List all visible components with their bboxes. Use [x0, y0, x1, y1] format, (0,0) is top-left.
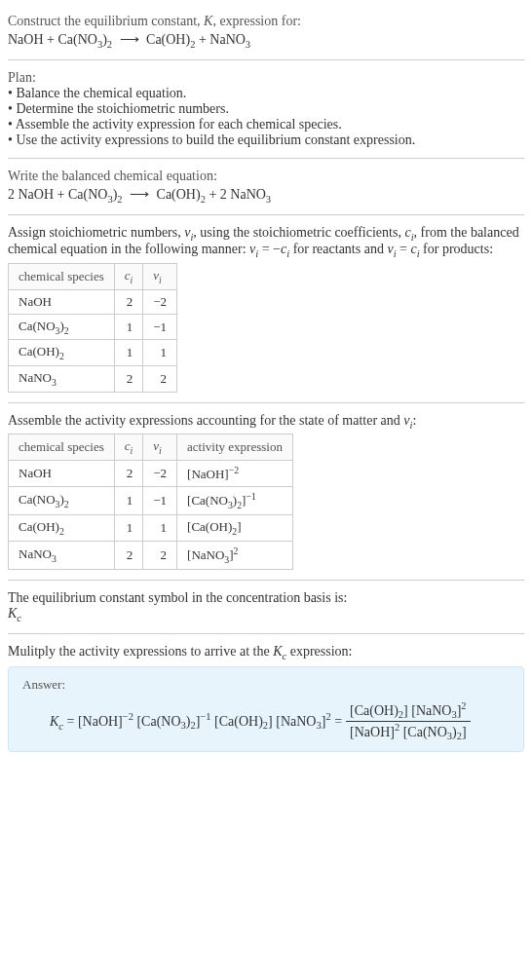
kc-numerator: [Ca(OH)2] [NaNO3]2: [346, 700, 471, 721]
table-header-row: chemical species ci νi activity expressi…: [9, 434, 293, 461]
cell-activity: [NaOH]−2: [177, 460, 293, 486]
stoich-section: Assign stoichiometric numbers, νi, using…: [8, 219, 524, 398]
col-species: chemical species: [9, 434, 115, 461]
table-row: NaOH 2 −2 [NaOH]−2: [9, 460, 293, 486]
cell-activity: [Ca(NO3)2]−1: [177, 487, 293, 515]
table-row: NaNO3 2 2: [9, 365, 177, 392]
col-vi: νi: [143, 264, 177, 290]
multiply-section: Mulitply the activity expressions to arr…: [8, 638, 524, 759]
divider: [8, 214, 524, 215]
col-activity: activity expression: [177, 434, 293, 461]
cell-vi: −1: [143, 487, 177, 515]
cell-ci: 2: [114, 365, 143, 392]
cell-activity: [NaNO3]2: [177, 541, 293, 569]
cell-species: Ca(OH)2: [9, 515, 115, 542]
divider: [8, 402, 524, 403]
table-row: NaOH 2 −2: [9, 289, 177, 314]
cell-species: Ca(OH)2: [9, 340, 115, 366]
table-row: NaNO3 2 2 [NaNO3]2: [9, 541, 293, 569]
cell-ci: 2: [114, 541, 143, 569]
cell-vi: −2: [143, 289, 177, 314]
cell-vi: 1: [143, 515, 177, 542]
col-species: chemical species: [9, 264, 115, 290]
plan-item: • Assemble the activity expression for e…: [8, 117, 524, 132]
activity-table: chemical species ci νi activity expressi…: [8, 433, 293, 569]
divider: [8, 158, 524, 159]
cell-ci: 1: [114, 487, 143, 515]
cell-species: NaNO3: [9, 541, 115, 569]
cell-species: Ca(NO3)2: [9, 487, 115, 515]
plan-item: • Determine the stoichiometric numbers.: [8, 101, 524, 117]
header-section: Construct the equilibrium constant, K, e…: [8, 8, 524, 56]
basis-section: The equilibrium constant symbol in the c…: [8, 584, 524, 629]
cell-vi: −1: [143, 314, 177, 340]
unbalanced-equation: NaOH + Ca(NO3)2 ⟶ Ca(OH)2 + NaNO3: [8, 31, 524, 50]
balanced-title: Write the balanced chemical equation:: [8, 169, 524, 184]
cell-species: NaOH: [9, 289, 115, 314]
answer-label: Answer:: [22, 677, 510, 693]
divider: [8, 580, 524, 581]
construct-title: Construct the equilibrium constant, K, e…: [8, 14, 524, 29]
plan-section: Plan: • Balance the chemical equation. •…: [8, 64, 524, 154]
cell-vi: 2: [143, 365, 177, 392]
answer-box: Answer: Kc = [NaOH]−2 [Ca(NO3)2]−1 [Ca(O…: [8, 666, 524, 752]
cell-ci: 2: [114, 289, 143, 314]
plan-item: • Balance the chemical equation.: [8, 86, 524, 101]
col-ci: ci: [114, 434, 143, 461]
kc-lhs: Kc = [NaOH]−2 [Ca(NO3)2]−1 [Ca(OH)2] [Na…: [50, 711, 342, 731]
multiply-text: Mulitply the activity expressions to arr…: [8, 644, 524, 661]
activity-section: Assemble the activity expressions accoun…: [8, 407, 524, 576]
table-row: Ca(NO3)2 1 −1 [Ca(NO3)2]−1: [9, 487, 293, 515]
cell-vi: 2: [143, 541, 177, 569]
cell-vi: −2: [143, 460, 177, 486]
table-row: Ca(NO3)2 1 −1: [9, 314, 177, 340]
divider: [8, 633, 524, 634]
cell-ci: 2: [114, 460, 143, 486]
basis-line1: The equilibrium constant symbol in the c…: [8, 590, 524, 606]
cell-species: NaOH: [9, 460, 115, 486]
cell-ci: 1: [114, 340, 143, 366]
balanced-section: Write the balanced chemical equation: 2 …: [8, 163, 524, 210]
kc-expression: Kc = [NaOH]−2 [Ca(NO3)2]−1 [Ca(OH)2] [Na…: [22, 700, 510, 741]
table-row: Ca(OH)2 1 1 [Ca(OH)2]: [9, 515, 293, 542]
cell-species: Ca(NO3)2: [9, 314, 115, 340]
table-header-row: chemical species ci νi: [9, 264, 177, 290]
col-vi: νi: [143, 434, 177, 461]
cell-ci: 1: [114, 515, 143, 542]
basis-line2: Kc: [8, 606, 524, 623]
stoich-intro: Assign stoichiometric numbers, νi, using…: [8, 225, 524, 260]
stoich-table: chemical species ci νi NaOH 2 −2 Ca(NO3)…: [8, 263, 177, 392]
cell-vi: 1: [143, 340, 177, 366]
col-ci: ci: [114, 264, 143, 290]
cell-activity: [Ca(OH)2]: [177, 515, 293, 542]
plan-heading: Plan:: [8, 70, 524, 86]
kc-denominator: [NaOH]2 [Ca(NO3)2]: [346, 722, 471, 741]
table-row: Ca(OH)2 1 1: [9, 340, 177, 366]
kc-fraction: [Ca(OH)2] [NaNO3]2 [NaOH]2 [Ca(NO3)2]: [346, 700, 471, 741]
divider: [8, 59, 524, 60]
cell-species: NaNO3: [9, 365, 115, 392]
activity-intro: Assemble the activity expressions accoun…: [8, 413, 524, 431]
balanced-equation: 2 NaOH + Ca(NO3)2 ⟶ Ca(OH)2 + 2 NaNO3: [8, 186, 524, 205]
plan-item: • Use the activity expressions to build …: [8, 132, 524, 148]
cell-ci: 1: [114, 314, 143, 340]
